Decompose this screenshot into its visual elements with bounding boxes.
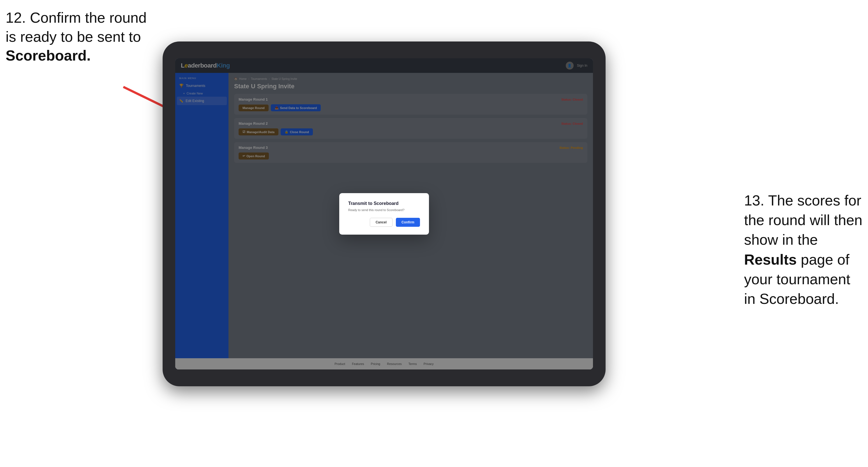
step12-line2: is ready to be sent to — [6, 29, 141, 45]
step12-bold: Scoreboard. — [6, 48, 91, 64]
modal-subtitle: Ready to send this round to Scoreboard? — [348, 208, 420, 212]
modal-cancel-button[interactable]: Cancel — [370, 218, 393, 227]
transmit-modal: Transmit to Scoreboard Ready to send thi… — [339, 193, 429, 235]
instruction-step13: 13. The scores forthe round will thensho… — [744, 191, 862, 309]
step12-line1: 12. Confirm the round — [6, 9, 147, 26]
modal-overlay: Transmit to Scoreboard Ready to send thi… — [175, 58, 593, 369]
modal-buttons: Cancel Confirm — [348, 218, 420, 227]
tablet-screen: LeaderboardKing 👤 Sign In MAIN MENU 🏆 To… — [175, 58, 593, 369]
tablet-frame: LeaderboardKing 👤 Sign In MAIN MENU 🏆 To… — [163, 41, 606, 386]
modal-title: Transmit to Scoreboard — [348, 201, 420, 206]
step13-text: 13. The scores forthe round will thensho… — [744, 192, 862, 307]
modal-confirm-button[interactable]: Confirm — [396, 218, 420, 227]
instruction-step12: 12. Confirm the round is ready to be sen… — [6, 8, 147, 65]
step13-bold: Results — [744, 251, 797, 268]
